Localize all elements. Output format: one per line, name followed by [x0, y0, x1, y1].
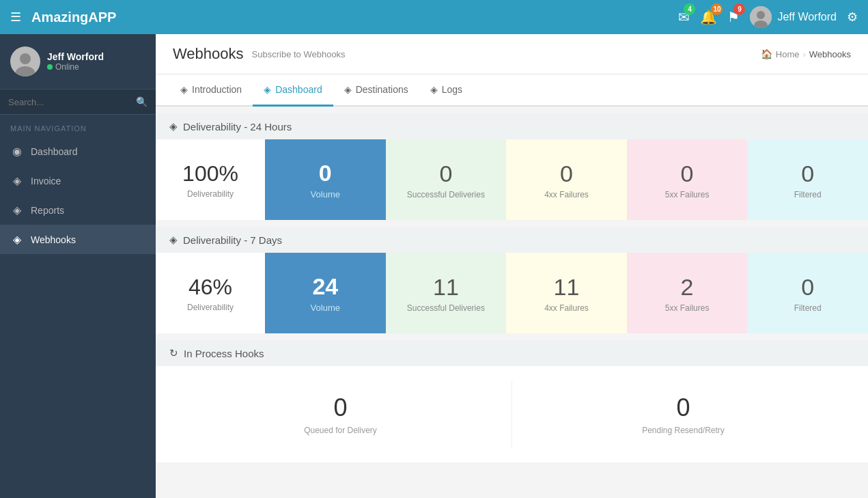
queued-label: Queued for Delivery — [304, 426, 377, 435]
stat-filtered-24h: 0 Filtered — [747, 139, 868, 220]
stat-queued: 0 Queued for Delivery — [169, 380, 512, 449]
search-input[interactable] — [8, 97, 136, 107]
tab-destinations[interactable]: ◈ Destinations — [333, 74, 419, 107]
tab-introduction[interactable]: ◈ Introduction — [169, 74, 253, 107]
volume-7d-label: Volume — [311, 303, 340, 313]
sidebar-avatar — [10, 46, 40, 77]
sidebar-user-status: Online — [47, 62, 104, 72]
stat-deliverability-24h-percent: 100% Deliverability — [156, 139, 265, 220]
successful-24h-value: 0 — [439, 161, 452, 187]
page-title: Webhooks — [173, 45, 244, 63]
sidebar-user-section: Jeff Worford Online — [0, 34, 156, 89]
stat-4xx-7d: 11 4xx Failures — [506, 253, 627, 333]
hamburger-button[interactable]: ☰ — [10, 10, 21, 25]
stat-pending: 0 Pending Resend/Retry — [512, 380, 854, 449]
sidebar-item-invoice[interactable]: ◈ Invoice — [0, 166, 156, 195]
top-navbar: ☰ AmazingAPP ✉ 4 🔔 10 ⚑ 9 Jeff Worford ⚙ — [0, 0, 868, 34]
settings-icon[interactable]: ⚙ — [847, 10, 858, 25]
search-icon[interactable]: 🔍 — [136, 96, 148, 107]
deliverability-24h-header: ◈ Deliverability - 24 Hours — [156, 113, 868, 139]
reports-icon: ◈ — [10, 204, 24, 217]
home-icon: 🏠 — [761, 49, 772, 59]
flag-nav-icon[interactable]: ⚑ 9 — [727, 9, 740, 25]
email-badge: 4 — [684, 3, 695, 15]
filtered-7d-value: 0 — [801, 274, 814, 301]
webhooks-icon: ◈ — [10, 233, 24, 246]
stat-deliverability-7d-percent: 46% Deliverability — [156, 253, 265, 333]
tab-logs[interactable]: ◈ Logs — [419, 74, 473, 107]
destinations-tab-icon: ◈ — [344, 84, 352, 95]
deliverability-24h-title: Deliverability - 24 Hours — [183, 121, 292, 133]
sidebar-item-webhooks[interactable]: ◈ Webhooks — [0, 225, 156, 254]
sidebar-user-details: Jeff Worford Online — [47, 51, 104, 72]
successful-7d-label: Successful Deliveries — [407, 303, 485, 313]
email-nav-icon[interactable]: ✉ 4 — [678, 9, 690, 25]
page-header: Webhooks Subscribe to Webhooks 🏠 Home › … — [156, 34, 868, 74]
deliverability-24h-icon: ◈ — [169, 120, 178, 133]
successful-7d-value: 11 — [433, 274, 459, 301]
sidebar-item-label: Dashboard — [31, 146, 78, 157]
tab-introduction-label: Introduction — [192, 84, 242, 95]
breadcrumb-current: Webhooks — [809, 49, 851, 59]
in-process-stats: 0 Queued for Delivery 0 Pending Resend/R… — [156, 366, 868, 462]
pending-label: Pending Resend/Retry — [642, 426, 725, 435]
bell-badge: 10 — [711, 3, 723, 15]
sidebar-section-label: MAIN NAVIGATION — [0, 115, 156, 137]
svg-point-4 — [20, 53, 31, 64]
breadcrumb-home[interactable]: Home — [776, 49, 800, 59]
deliverability-24h-stats: 100% Deliverability 0 Volume 0 Successfu… — [156, 139, 868, 220]
filtered-24h-label: Filtered — [794, 190, 822, 199]
queued-value: 0 — [333, 393, 347, 422]
top-username: Jeff Worford — [777, 11, 837, 23]
svg-point-1 — [757, 11, 765, 19]
deliverability-7d-percent-label: Deliverability — [187, 303, 234, 312]
content-area: Webhooks Subscribe to Webhooks 🏠 Home › … — [156, 34, 868, 498]
sidebar-item-label: Reports — [31, 205, 64, 216]
invoice-icon: ◈ — [10, 174, 24, 187]
deliverability-7d-title: Deliverability - 7 Days — [183, 234, 282, 246]
stat-volume-24h: 0 Volume — [265, 139, 386, 220]
stat-volume-7d: 24 Volume — [265, 253, 386, 333]
introduction-tab-icon: ◈ — [180, 84, 188, 95]
stat-5xx-7d: 2 5xx Failures — [627, 253, 748, 333]
filtered-7d-label: Filtered — [794, 303, 822, 313]
sidebar-item-label: Invoice — [31, 176, 61, 186]
in-process-header: ↻ In Process Hooks — [156, 340, 868, 366]
flag-badge: 9 — [733, 3, 745, 15]
volume-7d-value: 24 — [312, 273, 338, 300]
in-process-icon: ↻ — [169, 347, 178, 359]
stat-filtered-7d: 0 Filtered — [747, 253, 868, 333]
4xx-7d-label: 4xx Failures — [544, 303, 589, 313]
logs-tab-icon: ◈ — [430, 84, 438, 95]
sidebar: Jeff Worford Online 🔍 MAIN NAVIGATION ◉ … — [0, 34, 156, 498]
volume-24h-value: 0 — [319, 160, 332, 186]
5xx-24h-value: 0 — [681, 161, 694, 187]
5xx-24h-label: 5xx Failures — [665, 190, 710, 199]
deliverability-7d-header: ◈ Deliverability - 7 Days — [156, 227, 868, 253]
sidebar-item-reports[interactable]: ◈ Reports — [0, 195, 156, 225]
5xx-7d-label: 5xx Failures — [665, 303, 710, 313]
sidebar-item-dashboard[interactable]: ◉ Dashboard — [0, 137, 156, 166]
deliverability-7d-icon: ◈ — [169, 234, 178, 246]
stat-4xx-24h: 0 4xx Failures — [506, 139, 627, 220]
volume-24h-label: Volume — [311, 189, 340, 199]
page-subtitle: Subscribe to Webhooks — [252, 49, 346, 59]
deliverability-24h-percent-label: Deliverability — [187, 189, 234, 199]
4xx-24h-value: 0 — [560, 161, 573, 187]
user-info-nav[interactable]: Jeff Worford — [750, 6, 837, 28]
status-dot — [47, 64, 53, 70]
deliverability-24h-percent-value: 100% — [182, 161, 238, 186]
sidebar-username: Jeff Worford — [47, 51, 104, 62]
tab-dashboard-label: Dashboard — [275, 84, 322, 95]
bell-nav-icon[interactable]: 🔔 10 — [700, 9, 717, 25]
sidebar-item-label: Webhooks — [31, 234, 76, 245]
dashboard-tab-icon: ◈ — [264, 84, 271, 95]
filtered-24h-value: 0 — [801, 161, 814, 187]
5xx-7d-value: 2 — [681, 274, 694, 301]
tab-dashboard[interactable]: ◈ Dashboard — [253, 74, 333, 107]
main-layout: Jeff Worford Online 🔍 MAIN NAVIGATION ◉ … — [0, 34, 868, 498]
4xx-7d-value: 11 — [554, 274, 580, 301]
breadcrumb: 🏠 Home › Webhooks — [761, 49, 851, 59]
sidebar-search-area: 🔍 — [0, 89, 156, 115]
stat-5xx-24h: 0 5xx Failures — [627, 139, 748, 220]
